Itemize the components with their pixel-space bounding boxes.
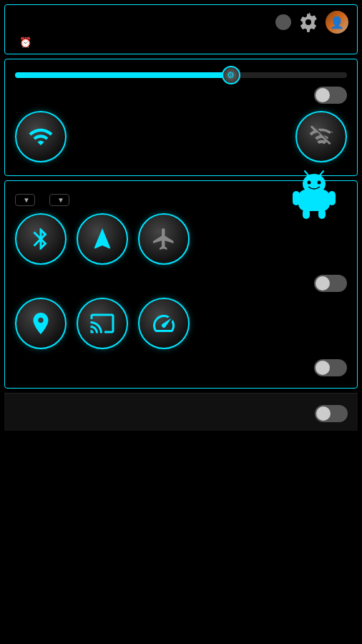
header-icons: 👤 [275, 11, 348, 34]
location-btn[interactable] [15, 298, 67, 349]
svg-point-3 [318, 181, 321, 185]
theme-dropdown-arrow: ▼ [23, 196, 30, 204]
bluetooth-btn[interactable] [15, 213, 67, 265]
android-mascot [293, 170, 336, 220]
quick-pulldown-section [4, 59, 358, 176]
gear-icon[interactable] [298, 12, 318, 32]
advanced-row [14, 402, 348, 422]
notification-drawer-header: 👤 ⏰ [4, 4, 358, 54]
wifi-icon [28, 124, 54, 150]
alarm-icon: ⏰ [19, 36, 31, 48]
show-weather-toggle[interactable] [314, 87, 347, 104]
cast-btn[interactable] [77, 298, 128, 349]
tiles-row-2 [15, 298, 347, 352]
brightness-slider-row [15, 72, 347, 78]
airplane-btn[interactable] [138, 213, 190, 265]
enlarge-row [15, 273, 347, 292]
location-tile [15, 298, 67, 352]
advanced-location-section [4, 393, 358, 431]
svg-line-5 [320, 171, 323, 175]
enlarge-toggle[interactable] [314, 275, 347, 292]
balanced-btn[interactable] [138, 298, 190, 349]
weather-tiles-row [15, 111, 347, 162]
advanced-location-toggle[interactable] [315, 405, 348, 422]
svg-rect-8 [303, 209, 310, 219]
svg-rect-9 [318, 209, 326, 219]
slider-fill [15, 72, 231, 78]
hotspot-dropdown-arrow: ▼ [57, 196, 64, 204]
airplane-icon [151, 226, 177, 252]
svg-point-1 [303, 174, 326, 194]
hotspot-dropdown[interactable]: ▼ [49, 194, 69, 206]
svg-point-2 [308, 181, 311, 185]
no-wifi-tile-btn[interactable] [295, 111, 347, 162]
bluetooth-icon [28, 226, 54, 252]
avatar[interactable]: 👤 [326, 11, 348, 34]
show-weather-text [15, 85, 307, 87]
quick-settings-section: ▼ ▼ [4, 180, 358, 389]
theme-dropdown[interactable]: ▼ [15, 194, 35, 206]
slider-thumb[interactable] [222, 66, 240, 84]
svg-line-4 [305, 171, 308, 175]
tmobile-btn[interactable] [77, 213, 128, 265]
svg-rect-6 [293, 191, 300, 205]
brightness-toggle-row [15, 358, 347, 376]
tmobile-tile [77, 213, 128, 268]
slider-track[interactable] [15, 72, 347, 78]
cast-tile [77, 298, 128, 352]
navigation-icon [89, 226, 115, 252]
airplane-tile [138, 213, 190, 268]
svg-rect-7 [328, 191, 336, 205]
wifi-tile-btn[interactable] [15, 111, 67, 162]
date-alarm-row: ⏰ [14, 36, 348, 48]
speed-icon [151, 311, 177, 336]
balanced-tile [138, 298, 190, 352]
show-weather-row [15, 85, 347, 104]
brightness-slider-toggle[interactable] [314, 359, 347, 376]
bluetooth-tile [15, 213, 67, 268]
tiles-row-1 [15, 213, 347, 268]
cast-icon [89, 311, 115, 336]
notification-badge [275, 14, 291, 30]
location-icon [28, 311, 54, 336]
no-wifi-icon [308, 124, 334, 150]
